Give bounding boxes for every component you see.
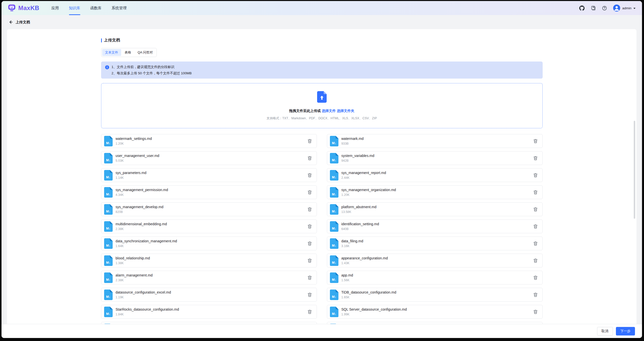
nav-item-知识库[interactable]: 知识库	[69, 1, 80, 15]
delete-file-button[interactable]	[307, 190, 312, 195]
file-name: blood_relationship.md	[116, 256, 304, 260]
file-item: M↓ system_variables.md942B	[327, 151, 543, 165]
delete-file-button[interactable]	[533, 173, 538, 178]
delete-file-button[interactable]	[533, 156, 538, 160]
delete-file-button[interactable]	[533, 258, 538, 263]
trash-icon	[533, 224, 538, 229]
help-icon[interactable]	[602, 6, 607, 11]
file-name: user_management_user.md	[116, 154, 304, 158]
svg-text:M↓: M↓	[106, 192, 110, 196]
file-item: M↓ PostgreSQL_datasource_configuration.m…	[101, 322, 317, 324]
github-icon[interactable]	[579, 6, 585, 11]
delete-file-button[interactable]	[533, 224, 538, 229]
svg-text:M↓: M↓	[106, 175, 110, 179]
dropzone-text: 拖拽文件至此上传或 选择文件 选择文件夹	[289, 109, 354, 113]
delete-file-button[interactable]	[307, 309, 312, 314]
trash-icon	[533, 190, 538, 195]
select-file-link[interactable]: 选择文件	[322, 109, 336, 113]
delete-file-button[interactable]	[533, 139, 538, 143]
file-size: 1.38K	[116, 261, 304, 265]
svg-text:M↓: M↓	[106, 261, 110, 264]
file-meta: StarRocks_datasource_configuration.md1.8…	[116, 307, 304, 316]
file-meta: blood_relationship.md1.38K	[116, 256, 304, 265]
docs-book-icon[interactable]	[591, 6, 596, 11]
svg-text:M↓: M↓	[332, 209, 336, 213]
delete-file-button[interactable]	[307, 207, 312, 212]
svg-text:M↓: M↓	[332, 244, 336, 247]
drag-text: 拖拽文件至此上传或	[289, 109, 321, 113]
trash-icon	[307, 258, 312, 263]
trash-icon	[533, 258, 538, 263]
delete-file-button[interactable]	[307, 241, 312, 246]
arrow-left-icon	[8, 20, 13, 24]
uploaded-file-list: M↓ watermark_settings.md1.20K M↓ waterma…	[101, 134, 543, 324]
markdown-file-icon: M↓	[104, 290, 113, 300]
markdown-file-icon: M↓	[104, 153, 113, 163]
trash-icon	[307, 190, 312, 195]
back-button[interactable]	[8, 20, 13, 24]
file-meta: SQL Server_datasource_configuration.md1.…	[341, 307, 530, 316]
tab-表格[interactable]: 表格	[122, 49, 134, 56]
markdown-file-icon: M↓	[104, 204, 113, 215]
markdown-file-icon: M↓	[330, 255, 338, 266]
svg-text:M↓: M↓	[106, 278, 110, 281]
file-item: M↓ sys_management_report.md2.44K	[327, 168, 543, 182]
cancel-button[interactable]: 取消	[597, 327, 613, 335]
trash-icon	[307, 207, 312, 212]
trash-icon	[533, 139, 538, 143]
delete-file-button[interactable]	[307, 292, 312, 297]
delete-file-button[interactable]	[533, 292, 538, 297]
footer-action-bar: 取消 下一步	[2, 324, 642, 338]
delete-file-button[interactable]	[307, 275, 312, 280]
file-item: M↓ sys_management_organization.md1.20K	[327, 185, 543, 199]
markdown-file-icon: M↓	[330, 221, 338, 232]
delete-file-button[interactable]	[533, 309, 538, 314]
file-item: M↓ user_management_user.md5.03K	[101, 151, 317, 165]
file-meta: user_management_user.md5.03K	[116, 154, 304, 162]
file-item: M↓ watermark_settings.md1.20K	[101, 134, 317, 148]
file-size: 13.58K	[341, 210, 530, 214]
tab-文本文件[interactable]: 文本文件	[102, 49, 121, 56]
file-item: M↓ watermark.md933B	[327, 134, 543, 148]
tab-QA 问答对[interactable]: QA 问答对	[135, 49, 156, 56]
delete-file-button[interactable]	[307, 139, 312, 143]
trash-icon	[533, 207, 538, 212]
delete-file-button[interactable]	[533, 275, 538, 280]
markdown-file-icon: M↓	[104, 238, 113, 249]
select-folder-link[interactable]: 选择文件夹	[337, 109, 354, 113]
file-item: M↓ platform_abutment.md13.58K	[327, 202, 543, 216]
delete-file-button[interactable]	[307, 156, 312, 160]
file-meta: TiDB_datasource_configuration.md1.65K	[341, 290, 530, 299]
nav-item-应用[interactable]: 应用	[51, 1, 59, 15]
vertical-scrollbar[interactable]	[634, 121, 635, 219]
nav-item-函数库[interactable]: 函数库	[90, 1, 102, 15]
file-size: 820B	[116, 210, 304, 214]
file-name: data_filing.md	[341, 239, 530, 243]
file-dropzone[interactable]: 拖拽文件至此上传或 选择文件 选择文件夹 支持格式：TXT、Markdown、P…	[101, 83, 543, 128]
delete-file-button[interactable]	[533, 190, 538, 195]
user-menu[interactable]: admin	[613, 5, 635, 12]
file-item: M↓ data_filing.md3.16K	[327, 237, 543, 250]
markdown-file-icon: M↓	[104, 272, 113, 283]
trash-icon	[307, 275, 312, 280]
markdown-file-icon: M↓	[330, 187, 338, 198]
app-window: MaxKB 应用知识库函数库系统管理	[2, 1, 642, 338]
file-size: 3.16K	[341, 244, 530, 248]
delete-file-button[interactable]	[533, 207, 538, 212]
delete-file-button[interactable]	[307, 224, 312, 229]
file-size: 5.03K	[116, 159, 304, 162]
delete-file-button[interactable]	[307, 173, 312, 178]
page-header: 上传文档	[2, 15, 642, 29]
file-item: M↓ SQL Server_datasource_configuration.m…	[327, 305, 543, 319]
delete-file-button[interactable]	[307, 258, 312, 263]
maxkb-logo[interactable]: MaxKB	[8, 1, 39, 15]
delete-file-button[interactable]	[533, 241, 538, 246]
nav-item-系统管理[interactable]: 系统管理	[112, 1, 127, 15]
markdown-file-icon: M↓	[330, 170, 338, 181]
trash-icon	[533, 173, 538, 178]
file-meta: sys_management_permission.md4.34K	[116, 188, 304, 197]
next-step-button[interactable]: 下一步	[616, 327, 635, 335]
svg-text:M↓: M↓	[332, 295, 336, 299]
supported-formats: 支持格式：TXT、Markdown、PDF、DOCX、HTML、XLS、XLSX…	[267, 116, 377, 121]
file-size: 942B	[341, 159, 530, 162]
